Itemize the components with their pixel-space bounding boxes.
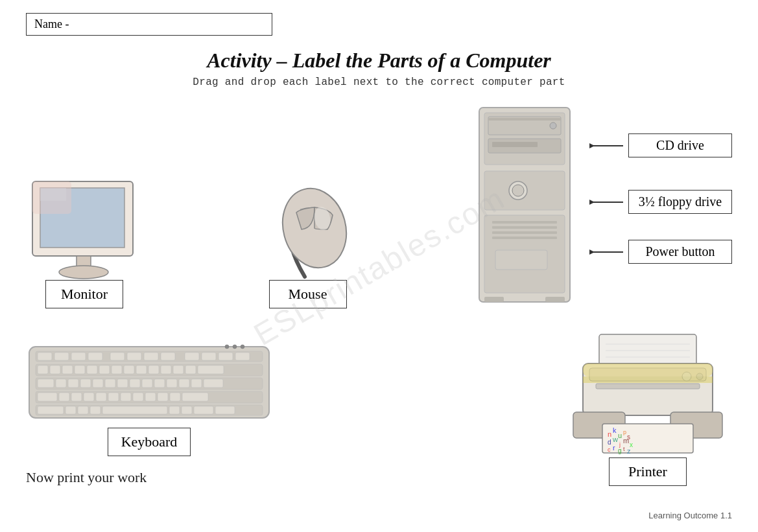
svg-rect-48 [50,365,60,374]
keyboard-illustration [26,337,272,428]
svg-rect-64 [68,379,78,387]
svg-marker-29 [589,200,595,205]
svg-point-101 [241,345,244,349]
keyboard-section: Keyboard [26,337,272,456]
svg-text:d: d [608,439,611,446]
svg-text:k: k [613,426,617,434]
svg-rect-55 [136,365,147,374]
svg-rect-47 [38,365,48,374]
svg-rect-50 [75,365,85,374]
svg-rect-73 [179,379,189,387]
svg-rect-85 [145,393,156,401]
svg-rect-90 [38,406,64,414]
monitor-illustration [26,176,143,280]
svg-rect-71 [154,379,165,387]
printer-illustration: n k u p s d w j m x c r g t z [563,328,732,457]
svg-rect-96 [182,406,192,414]
svg-rect-21 [492,231,557,234]
floppy-drive-label: 3½ floppy drive [628,190,732,214]
svg-rect-53 [112,365,122,374]
tower-with-labels: CD drive 3½ floppy drive [460,101,732,308]
svg-rect-82 [108,393,119,401]
power-button-label: Power button [628,240,732,264]
svg-rect-70 [142,379,152,387]
svg-rect-84 [133,393,143,401]
svg-text:m: m [623,437,629,445]
svg-rect-24 [484,297,504,302]
svg-rect-97 [194,406,213,414]
svg-rect-67 [105,379,115,387]
page-title: Activity – Label the Parts of a Computer [26,49,732,73]
name-field: Name - [26,13,272,36]
svg-text:u: u [618,432,622,439]
svg-rect-43 [202,353,216,360]
svg-rect-74 [191,379,202,387]
svg-text:r: r [613,444,615,452]
svg-rect-44 [219,353,233,360]
svg-rect-38 [110,353,124,360]
svg-rect-77 [38,393,57,401]
svg-rect-88 [182,393,208,401]
svg-text:g: g [618,447,622,454]
svg-rect-79 [71,393,82,401]
svg-rect-86 [158,393,168,401]
svg-rect-54 [124,365,134,374]
printer-section: n k u p s d w j m x c r g t z [563,328,732,486]
svg-rect-60 [198,365,224,374]
svg-text:p: p [623,429,626,435]
svg-rect-108 [596,384,700,389]
svg-rect-94 [102,406,167,414]
svg-rect-56 [148,365,159,374]
svg-rect-130 [583,376,713,383]
svg-marker-31 [589,249,595,255]
svg-rect-51 [87,365,97,374]
svg-text:n: n [608,430,611,438]
printer-label: Printer [609,457,687,486]
svg-rect-72 [167,379,177,387]
svg-rect-35 [54,353,69,360]
svg-point-4 [59,266,108,279]
cd-drive-label: CD drive [628,133,732,157]
svg-rect-14 [492,142,538,147]
svg-rect-63 [56,379,66,387]
now-print-text: Now print your work [26,469,147,486]
svg-rect-39 [127,353,141,360]
svg-point-17 [512,185,524,196]
svg-rect-49 [62,365,73,374]
svg-point-100 [233,345,237,349]
svg-text:c: c [608,446,611,453]
footer-text: Learning Outcome 1.1 [648,511,732,520]
svg-rect-37 [88,353,102,360]
tower-labels-right: CD drive 3½ floppy drive [589,114,732,264]
svg-rect-81 [96,393,106,401]
main-content: Monitor Mouse [26,101,732,486]
svg-rect-42 [185,353,199,360]
bottom-left: Keyboard Now print your work [26,337,272,486]
svg-point-12 [550,122,556,129]
svg-rect-58 [173,365,184,374]
svg-rect-75 [204,379,223,387]
svg-rect-11 [488,118,561,121]
svg-rect-95 [169,406,180,414]
monitor-section: Monitor [26,176,143,308]
svg-text:z: z [627,447,631,455]
mouse-label: Mouse [269,280,347,308]
svg-rect-87 [170,393,180,401]
svg-rect-91 [65,406,76,414]
svg-rect-19 [492,221,557,224]
bottom-row: Keyboard Now print your work [26,328,732,486]
page: ESLprintables.com Name - Activity – Labe… [0,0,758,532]
svg-rect-52 [99,365,110,374]
mouse-section: Mouse [256,176,360,308]
svg-rect-59 [185,365,196,374]
svg-rect-45 [235,353,250,360]
svg-rect-68 [117,379,128,387]
svg-rect-41 [161,353,175,360]
svg-rect-129 [583,364,713,376]
keyboard-label: Keyboard [108,428,191,456]
svg-rect-57 [161,365,171,374]
monitor-label: Monitor [45,280,123,308]
power-button-label-row: Power button [589,240,732,264]
svg-rect-34 [38,353,52,360]
svg-rect-36 [71,353,86,360]
